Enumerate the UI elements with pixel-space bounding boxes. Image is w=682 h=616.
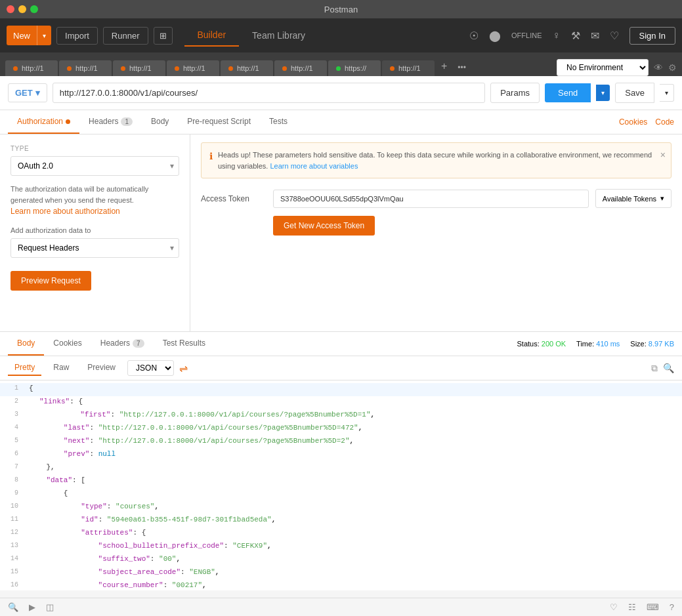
auth-right-panel: ℹ Heads up! These parameters hold sensit… <box>190 134 682 331</box>
request-tab-2[interactable]: http://1 <box>59 60 112 76</box>
tab-authorization[interactable]: Authorization <box>8 110 79 134</box>
heart-icon[interactable]: ♡ <box>610 30 619 42</box>
search-bottom-icon[interactable]: 🔍 <box>8 602 18 612</box>
url-input[interactable] <box>53 83 485 103</box>
main-content: TYPE OAuth 2.0 The authorization data wi… <box>0 134 682 331</box>
format-select[interactable]: JSON <box>127 360 174 376</box>
tab-headers-response[interactable]: Headers 7 <box>91 332 154 356</box>
code-line: 5 "next": "http://127.0.0.1:8000/v1/api/… <box>0 436 682 449</box>
bell-icon[interactable]: ✉ <box>591 30 599 42</box>
view-tab-pretty[interactable]: Pretty <box>8 360 41 376</box>
request-tab-7[interactable]: https:// <box>328 60 381 76</box>
send-button[interactable]: Send <box>545 83 591 102</box>
tab-pre-request[interactable]: Pre-request Script <box>178 110 260 134</box>
top-navigation: New ▾ Import Runner ⊞ Builder Team Libra… <box>0 18 682 52</box>
response-status: Status: 200 OK Time: 410 ms Size: 8.97 K… <box>517 340 675 348</box>
wrench-icon[interactable]: ⚒ <box>571 30 580 42</box>
more-tabs-button[interactable]: ••• <box>452 59 471 76</box>
method-dropdown[interactable]: GET ▾ <box>8 83 47 102</box>
tab-dot <box>228 66 233 71</box>
tab-body[interactable]: Body <box>142 110 178 134</box>
add-auth-select-wrapper: Request Headers <box>11 238 179 258</box>
request-tab-3[interactable]: http://1 <box>113 60 165 76</box>
right-links: Cookies Code <box>619 117 674 127</box>
code-line: 2 "links": { <box>0 396 682 409</box>
wrap-icon[interactable]: ⇌ <box>179 362 188 375</box>
status-value: 200 OK <box>542 340 566 348</box>
get-new-access-token-button[interactable]: Get New Access Token <box>273 216 375 236</box>
request-tab-6[interactable]: http://1 <box>274 60 327 76</box>
code-actions: ⧉ 🔍 <box>651 363 674 374</box>
environment-dropdown[interactable]: No Environment <box>557 59 649 76</box>
layout-bottom-icon[interactable]: ◫ <box>46 602 54 612</box>
maximize-button[interactable] <box>30 5 38 13</box>
code-link[interactable]: Code <box>655 117 674 127</box>
import-button[interactable]: Import <box>56 27 98 45</box>
tab-builder[interactable]: Builder <box>184 24 240 47</box>
runner-button[interactable]: Runner <box>103 27 148 45</box>
save-chevron-button[interactable]: ▾ <box>660 84 674 102</box>
code-line: 7 }, <box>0 462 682 475</box>
add-auth-select[interactable]: Request Headers <box>11 238 179 258</box>
keyboard-bottom-icon[interactable]: ⌨ <box>647 602 659 612</box>
available-tokens-dropdown[interactable]: Available Tokens ▾ <box>595 189 671 208</box>
eye-icon[interactable]: 👁 <box>654 62 663 73</box>
search-icon[interactable]: 🔍 <box>663 363 674 374</box>
new-chevron-icon[interactable]: ▾ <box>37 26 51 45</box>
request-tab-4[interactable]: http://1 <box>167 60 219 76</box>
globe-icon[interactable]: ☉ <box>469 30 479 42</box>
layout2-bottom-icon[interactable]: ☷ <box>628 602 636 612</box>
close-banner-button[interactable]: × <box>660 148 666 162</box>
nav-icons: ☉ ⬤ OFFLINE ♀ ⚒ ✉ ♡ Sign In <box>469 27 675 45</box>
tab-dot <box>390 66 394 71</box>
token-input[interactable] <box>273 190 589 208</box>
tab-team-library[interactable]: Team Library <box>239 25 318 46</box>
new-button[interactable]: New ▾ <box>7 26 51 45</box>
earth-icon[interactable]: ♀ <box>553 30 561 41</box>
method-chevron-icon: ▾ <box>35 88 40 98</box>
close-button[interactable] <box>7 5 14 13</box>
cookies-link[interactable]: Cookies <box>619 117 647 127</box>
minimize-button[interactable] <box>18 5 26 13</box>
tab-label: http://1 <box>75 64 98 72</box>
settings-icon[interactable]: ⚙ <box>668 62 677 73</box>
learn-more-link[interactable]: Learn more about authorization <box>11 207 179 216</box>
tab-test-results[interactable]: Test Results <box>154 332 215 356</box>
tab-headers[interactable]: Headers 1 <box>79 110 142 134</box>
app-title: Postman <box>324 5 358 14</box>
request-tab-8[interactable]: http://1 <box>382 60 435 76</box>
time-value: 410 ms <box>596 340 620 348</box>
save-button[interactable]: Save <box>615 83 654 103</box>
environment-selector: No Environment 👁 ⚙ <box>557 59 677 76</box>
request-tab-5[interactable]: http://1 <box>221 60 273 76</box>
learn-more-variables-link[interactable]: Learn more about variables <box>270 162 358 170</box>
params-button[interactable]: Params <box>490 83 540 103</box>
json-output[interactable]: 1 { 2 "links": { 3 "first": "http://127.… <box>0 380 682 590</box>
heart-bottom-icon[interactable]: ♡ <box>610 602 618 612</box>
tab-label: http://1 <box>237 64 259 72</box>
auth-type-select[interactable]: OAuth 2.0 <box>11 156 179 176</box>
send-chevron-button[interactable]: ▾ <box>596 85 610 101</box>
access-token-row: Access Token Available Tokens ▾ <box>201 189 671 208</box>
view-tab-preview[interactable]: Preview <box>81 360 122 376</box>
copy-icon[interactable]: ⧉ <box>651 363 658 374</box>
request-tab-1[interactable]: http://1 <box>5 60 58 76</box>
bottom-bar: 🔍 ▶ ◫ ♡ ☷ ⌨ ? <box>0 598 682 616</box>
auth-left-panel: TYPE OAuth 2.0 The authorization data wi… <box>0 134 190 331</box>
preview-request-button[interactable]: Preview Request <box>11 271 91 291</box>
response-area: Body Cookies Headers 7 Test Results Stat… <box>0 331 682 590</box>
available-tokens-chevron-icon: ▾ <box>660 194 664 203</box>
more-tools-button[interactable]: ⊞ <box>154 27 173 45</box>
help-bottom-icon[interactable]: ? <box>670 602 674 612</box>
tab-label: http://1 <box>22 64 44 72</box>
code-line: 9 { <box>0 488 682 501</box>
runner-bottom-icon[interactable]: ▶ <box>29 602 35 612</box>
tab-label: http://1 <box>291 64 313 72</box>
add-auth-label: Add authorization data to <box>11 226 179 234</box>
view-tab-raw[interactable]: Raw <box>47 360 75 376</box>
signin-button[interactable]: Sign In <box>629 27 675 45</box>
tab-tests[interactable]: Tests <box>260 110 297 134</box>
tab-cookies-response[interactable]: Cookies <box>44 332 91 356</box>
tab-body-response[interactable]: Body <box>8 332 44 356</box>
add-tab-button[interactable]: + <box>436 56 452 76</box>
